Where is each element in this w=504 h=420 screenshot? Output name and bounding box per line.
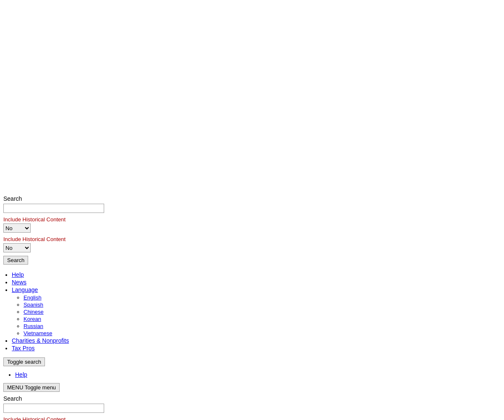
lang-link-chinese[interactable]: Chinese [24, 309, 44, 315]
bottom-search-label: Search [3, 395, 501, 402]
include-historical-select-2[interactable]: No Yes [3, 243, 31, 252]
include-historical-select-1[interactable]: No Yes [3, 223, 31, 233]
lang-link-korean[interactable]: Korean [24, 316, 41, 322]
search-label: Search [3, 195, 501, 202]
lang-item-vietnamese: Vietnamese [24, 330, 504, 336]
menu-toggle-button[interactable]: MENU Toggle menu [3, 383, 60, 392]
lang-item-korean: Korean [24, 315, 504, 322]
help-nav-link[interactable]: Help [15, 371, 27, 378]
nav-link-charities[interactable]: Charities & Nonprofits [12, 337, 69, 344]
nav-link-news[interactable]: News [12, 279, 26, 286]
lang-link-english[interactable]: English [24, 294, 42, 301]
lang-item-english: English [24, 294, 504, 301]
nav-link-language[interactable]: Language [12, 286, 38, 293]
help-section: Help [0, 371, 504, 378]
nav-item-tax-pros: Tax Pros [12, 345, 504, 352]
search-input[interactable] [3, 204, 104, 213]
help-nav-list: Help [3, 371, 501, 378]
search-button[interactable]: Search [3, 256, 28, 265]
nav-item-news: News [12, 279, 504, 286]
nav-link-tax-pros[interactable]: Tax Pros [12, 345, 34, 352]
language-sub-list: English Spanish Chinese Korean Russian V… [12, 294, 504, 336]
lang-link-spanish[interactable]: Spanish [24, 302, 43, 308]
nav-item-language: Language English Spanish Chinese Korean … [12, 286, 504, 336]
main-search-section: Search Include Historical Content No Yes… [0, 195, 504, 265]
top-spacer [0, 0, 504, 195]
help-nav-item: Help [15, 371, 501, 378]
toggle-search-button[interactable]: Toggle search [3, 357, 45, 366]
lang-link-russian[interactable]: Russian [24, 323, 43, 329]
nav-link-help[interactable]: Help [12, 271, 24, 278]
lang-link-vietnamese[interactable]: Vietnamese [24, 330, 52, 336]
bottom-search-section: Search Include Historical Content No Yes [0, 395, 504, 420]
lang-item-spanish: Spanish [24, 301, 504, 308]
lang-item-russian: Russian [24, 323, 504, 329]
nav-list: Help News Language English Spanish Chine… [0, 271, 504, 352]
bottom-search-input[interactable] [3, 404, 104, 413]
nav-item-help: Help [12, 271, 504, 278]
include-historical-label-1: Include Historical Content [3, 216, 501, 223]
lang-item-chinese: Chinese [24, 308, 504, 315]
include-historical-label-2: Include Historical Content [3, 236, 501, 242]
bottom-include-historical-label: Include Historical Content [3, 416, 501, 420]
nav-item-charities: Charities & Nonprofits [12, 337, 504, 344]
